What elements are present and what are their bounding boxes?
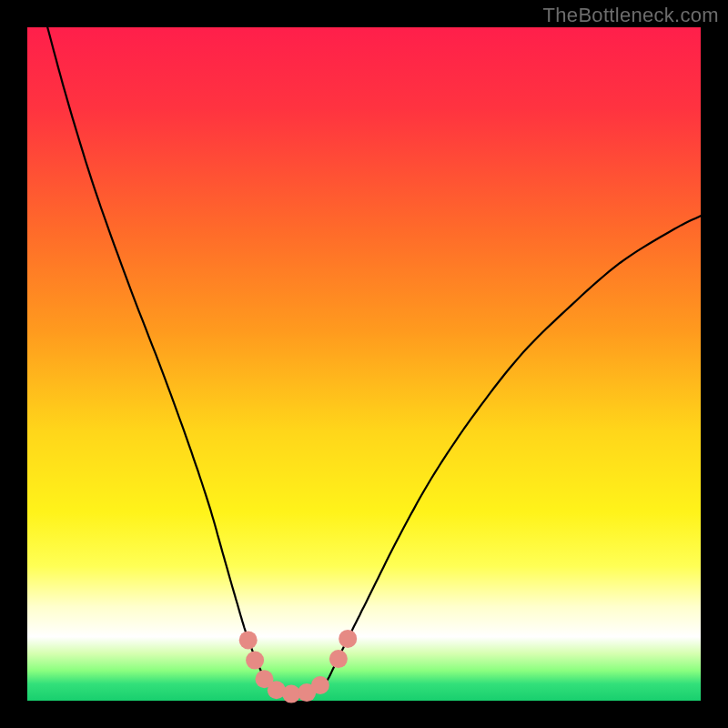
marker-dot — [239, 631, 258, 649]
marker-dot — [339, 630, 357, 648]
watermark-text: TheBottleneck.com — [543, 4, 719, 27]
marker-dot — [329, 650, 348, 668]
chart-svg — [0, 0, 728, 728]
chart-frame: TheBottleneck.com — [0, 0, 728, 728]
marker-dot — [311, 676, 329, 694]
marker-dot — [282, 685, 300, 703]
marker-dot — [246, 652, 264, 670]
plot-background — [27, 27, 701, 701]
